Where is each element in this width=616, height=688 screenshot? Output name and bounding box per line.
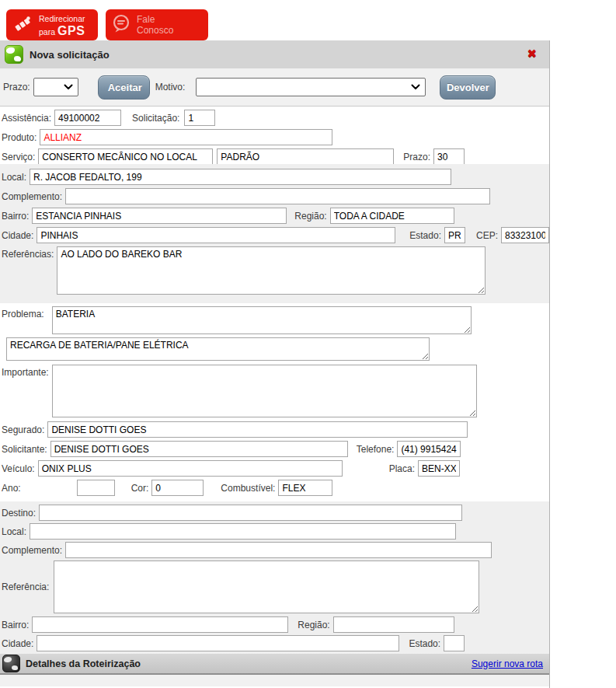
chat-icon xyxy=(111,13,131,37)
solicitante-input[interactable] xyxy=(50,441,348,457)
route-globe-icon xyxy=(2,655,20,672)
prazo-select[interactable] xyxy=(33,78,78,96)
referencias-textarea[interactable] xyxy=(57,246,485,295)
solicitante-label: Solicitante: xyxy=(2,444,47,455)
ano-label: Ano: xyxy=(2,483,21,494)
regiao-label: Região: xyxy=(294,211,326,222)
assistencia-input[interactable] xyxy=(54,110,121,126)
destino-estado-input[interactable] xyxy=(444,635,465,651)
ano-input[interactable] xyxy=(77,480,115,496)
referencias-label: Referências: xyxy=(2,249,54,260)
destino-referencia-textarea[interactable] xyxy=(54,561,479,613)
problema-label: Problema: xyxy=(2,309,44,320)
estado-input[interactable] xyxy=(444,227,465,243)
problema-textarea[interactable] xyxy=(52,306,472,334)
destino-cidade-input[interactable] xyxy=(37,635,399,651)
cep-input[interactable] xyxy=(501,227,549,243)
destino-regiao-label: Região: xyxy=(298,620,329,630)
estado-label: Estado: xyxy=(409,230,441,241)
telefone-label: Telefone: xyxy=(357,444,395,455)
destino-input[interactable] xyxy=(39,505,462,521)
roteirizacao-title: Detalhes da Roteirização xyxy=(26,658,141,669)
telefone-input[interactable] xyxy=(397,441,461,457)
assistencia-label: Assistência: xyxy=(2,113,51,124)
servico-label: Serviço: xyxy=(2,152,35,162)
section-solicitacao: Assistência: Solicitação: Produto: Servi… xyxy=(0,107,549,164)
close-icon[interactable]: ✖ xyxy=(527,47,537,61)
gps-button-line2: paraGPS xyxy=(39,27,85,37)
local-input[interactable] xyxy=(30,169,451,185)
cidade-label: Cidade: xyxy=(2,230,33,241)
globe-icon xyxy=(5,45,23,64)
servico-tipo-input[interactable] xyxy=(217,148,394,164)
segurado-label: Segurado: xyxy=(2,424,44,435)
veiculo-label: Veículo: xyxy=(2,463,35,474)
chevron-down-icon xyxy=(64,84,73,90)
complemento-input[interactable] xyxy=(65,188,490,204)
prazo-input[interactable] xyxy=(433,148,465,164)
produto-label: Produto: xyxy=(2,132,37,143)
destino-regiao-input[interactable] xyxy=(333,616,454,633)
cor-label: Cor: xyxy=(131,483,149,494)
destino-bairro-label: Bairro: xyxy=(2,620,29,630)
produto-input[interactable] xyxy=(40,129,332,145)
cep-label: CEP: xyxy=(476,230,498,241)
destino-estado-label: Estado: xyxy=(409,638,440,649)
motivo-label: Motivo: xyxy=(155,82,186,93)
section-endereco-origem: Local: Complemento: Bairro: Região: Cida… xyxy=(0,164,549,303)
fale-conosco-button[interactable]: Fale Conosco xyxy=(106,9,208,40)
destino-complemento-label: Complemento: xyxy=(2,545,62,556)
prazo-label: Prazo: xyxy=(403,152,430,162)
destino-local-label: Local: xyxy=(2,526,26,537)
complemento-label: Complemento: xyxy=(2,191,62,202)
combustivel-label: Combustível: xyxy=(221,483,275,494)
cor-input[interactable] xyxy=(151,480,204,496)
aceitar-button[interactable]: Aceitar xyxy=(98,75,150,100)
bairro-input[interactable] xyxy=(32,208,287,224)
satellite-icon xyxy=(12,13,33,37)
chevron-down-icon xyxy=(411,84,420,90)
section-destino: Destino: Local: Complemento: Referência:… xyxy=(0,501,549,654)
panel-title: Nova solicitação xyxy=(30,49,110,61)
importante-label: Importante: xyxy=(2,367,49,378)
sugerir-nova-rota-link[interactable]: Sugerir nova rota xyxy=(472,658,543,669)
contact-button-line2: Conosco xyxy=(137,25,173,36)
importante-textarea[interactable] xyxy=(52,365,477,417)
destino-bairro-input[interactable] xyxy=(32,616,288,633)
contact-button-line1: Fale xyxy=(137,14,173,25)
redirect-gps-button[interactable]: Redirecionar paraGPS xyxy=(6,9,98,40)
local-label: Local: xyxy=(2,172,26,183)
destino-cidade-label: Cidade: xyxy=(2,638,33,649)
action-toolbar: Prazo: Aceitar Motivo: Devolver xyxy=(0,68,549,107)
veiculo-input[interactable] xyxy=(38,460,343,477)
gps-button-line1: Redirecionar xyxy=(39,14,85,23)
roteirizacao-body xyxy=(0,675,549,686)
solicitacao-input[interactable] xyxy=(184,110,215,126)
panel-titlebar: Nova solicitação ✖ xyxy=(0,40,549,68)
destino-complemento-input[interactable] xyxy=(65,542,492,558)
regiao-input[interactable] xyxy=(330,208,454,224)
solicitacao-label: Solicitação: xyxy=(132,113,179,124)
roteirizacao-header: Detalhes da Roteirização Sugerir nova ro… xyxy=(0,654,549,675)
servico-input[interactable] xyxy=(38,148,213,164)
destino-label: Destino: xyxy=(2,508,36,519)
motivo-select[interactable] xyxy=(196,78,426,96)
bairro-label: Bairro: xyxy=(2,211,29,222)
section-problema-veiculo: Problema: Importante: Segurado: Solicita… xyxy=(0,303,549,501)
combustivel-input[interactable] xyxy=(278,480,332,496)
placa-input[interactable] xyxy=(418,460,460,477)
prazo-toolbar-label: Prazo: xyxy=(3,82,30,93)
cidade-input[interactable] xyxy=(37,227,395,243)
placa-label: Placa: xyxy=(389,463,415,474)
devolver-button[interactable]: Devolver xyxy=(440,75,496,100)
nova-solicitacao-panel: Nova solicitação ✖ Prazo: Aceitar Motivo… xyxy=(0,40,550,688)
destino-local-input[interactable] xyxy=(30,523,456,540)
problema-descricao-textarea[interactable] xyxy=(6,337,430,361)
segurado-input[interactable] xyxy=(47,421,468,438)
destino-referencia-label: Referência: xyxy=(2,581,49,592)
